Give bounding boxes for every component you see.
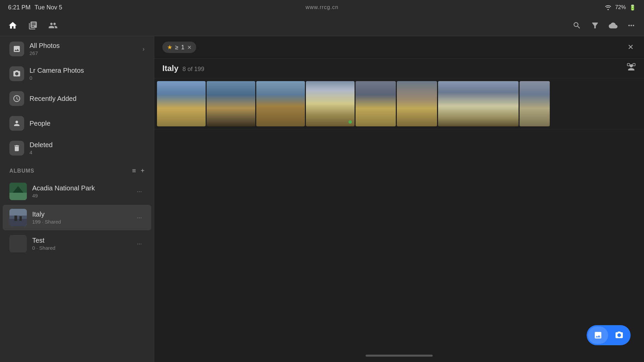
photo-thumb-3[interactable] (256, 81, 305, 126)
albums-title: ALBUMS (9, 168, 34, 174)
empty-content-area (154, 129, 644, 362)
test-thumbnail (9, 235, 27, 252)
home-nav-icon[interactable] (7, 19, 19, 32)
svg-rect-1 (9, 193, 27, 200)
photo-strip (154, 78, 644, 129)
test-info: Test 0 · Shared (32, 237, 134, 251)
cloud-icon[interactable] (607, 19, 619, 32)
photo-thumb-4[interactable] (306, 81, 355, 126)
deleted-count: 4 (30, 149, 145, 155)
lr-camera-icon (9, 66, 24, 81)
photo-thumb-7[interactable] (438, 81, 519, 126)
camera-fab-button[interactable] (609, 326, 629, 344)
more-icon[interactable] (625, 19, 637, 32)
people-info: People (30, 120, 145, 127)
home-indicator (366, 355, 433, 357)
album-content-count: 8 of 199 (182, 66, 204, 73)
all-photos-arrow: › (143, 46, 145, 53)
photo-thumb-8[interactable] (520, 81, 550, 126)
photo-indicator (348, 120, 352, 124)
svg-rect-4 (9, 209, 27, 216)
test-more-button[interactable]: ··· (134, 239, 145, 249)
sidebar: All Photos 267 › Lr Camera Photos 0 (0, 36, 154, 362)
sidebar-item-people[interactable]: People (3, 111, 151, 135)
svg-rect-7 (19, 216, 22, 221)
deleted-info: Deleted 4 (30, 141, 145, 155)
test-meta: 0 · Shared (32, 245, 134, 251)
star-symbol: ★ (167, 44, 172, 51)
photo-thumb-6[interactable] (397, 81, 437, 126)
italy-info: Italy 199 · Shared (32, 210, 134, 225)
battery-icon: 🔋 (629, 4, 636, 11)
status-left: 6:21 PM Tue Nov 5 (8, 4, 62, 11)
recently-added-name: Recently Added (30, 95, 145, 103)
face-detect-icon[interactable] (627, 63, 636, 74)
album-item-test[interactable]: Test 0 · Shared ··· (3, 231, 151, 256)
library-nav-icon[interactable] (27, 19, 39, 32)
add-album-button[interactable]: + (141, 167, 145, 175)
svg-rect-10 (633, 63, 635, 66)
all-photos-info: All Photos 267 (30, 42, 143, 56)
filter-tag-close-button[interactable]: ✕ (187, 44, 192, 51)
filter-icon[interactable] (589, 19, 601, 32)
all-photos-count: 267 (30, 50, 143, 56)
sidebar-item-deleted[interactable]: Deleted 4 (3, 136, 151, 160)
nav-bar (0, 15, 644, 36)
battery-text: 72% (615, 4, 626, 10)
album-item-acadia[interactable]: Acadia National Park 49 ··· (3, 179, 151, 204)
album-content-title: Italy (162, 64, 178, 73)
acadia-more-button[interactable]: ··· (134, 187, 145, 196)
nav-left (7, 19, 59, 32)
deleted-name: Deleted (30, 141, 145, 149)
nav-right (571, 19, 637, 32)
filter-bar: ★ ≥ 1 ✕ ✕ (154, 36, 644, 59)
sidebar-item-recently-added[interactable]: Recently Added (3, 86, 151, 111)
recently-added-info: Recently Added (30, 95, 145, 103)
search-icon[interactable] (571, 19, 583, 32)
italy-thumbnail (9, 209, 27, 226)
sidebar-item-all-photos[interactable]: All Photos 267 › (3, 37, 151, 61)
acadia-meta: 49 (32, 193, 134, 198)
photo-thumb-2[interactable] (207, 81, 255, 126)
people-name: People (30, 120, 145, 127)
albums-header: ALBUMS ≡ + (0, 161, 154, 178)
italy-name: Italy (32, 210, 134, 218)
fab-container (587, 325, 631, 345)
svg-rect-9 (627, 63, 630, 66)
gallery-fab-button[interactable] (588, 326, 608, 344)
album-item-italy[interactable]: Italy 199 · Shared ··· (3, 205, 151, 230)
lr-camera-name: Lr Camera Photos (30, 67, 145, 74)
album-header-actions (627, 63, 636, 74)
all-photos-icon (9, 42, 24, 56)
lr-camera-count: 0 (30, 75, 145, 81)
acadia-info: Acadia National Park 49 (32, 184, 134, 198)
italy-meta: 199 · Shared (32, 219, 134, 225)
people-icon (9, 116, 24, 131)
filter-operator: ≥ (175, 44, 178, 51)
filter-tag: ★ ≥ 1 ✕ (162, 42, 196, 53)
test-name: Test (32, 237, 134, 244)
italy-more-button[interactable]: ··· (134, 213, 145, 223)
svg-rect-5 (9, 219, 27, 226)
status-bar: 6:21 PM Tue Nov 5 www.rrcg.cn 72% 🔋 (0, 0, 644, 15)
acadia-name: Acadia National Park (32, 184, 134, 192)
watermark: www.rrcg.cn (306, 4, 338, 10)
content-close-button[interactable]: ✕ (625, 42, 636, 53)
content-area: ★ ≥ 1 ✕ ✕ Italy 8 of 199 (154, 36, 644, 362)
deleted-icon (9, 141, 24, 156)
people-nav-icon[interactable] (47, 19, 59, 32)
filter-value: 1 (181, 44, 184, 51)
wifi-icon (604, 5, 612, 10)
main-layout: All Photos 267 › Lr Camera Photos 0 (0, 36, 644, 362)
lr-camera-info: Lr Camera Photos 0 (30, 67, 145, 81)
photo-thumb-1[interactable] (157, 81, 206, 126)
sidebar-item-lr-camera[interactable]: Lr Camera Photos 0 (3, 62, 151, 86)
svg-rect-6 (14, 216, 17, 221)
date: Tue Nov 5 (35, 4, 62, 11)
recently-added-icon (9, 91, 24, 106)
time: 6:21 PM (8, 4, 31, 11)
all-photos-name: All Photos (30, 42, 143, 50)
photo-thumb-5[interactable] (356, 81, 396, 126)
sort-albums-button[interactable]: ≡ (132, 167, 136, 175)
acadia-thumbnail (9, 183, 27, 200)
